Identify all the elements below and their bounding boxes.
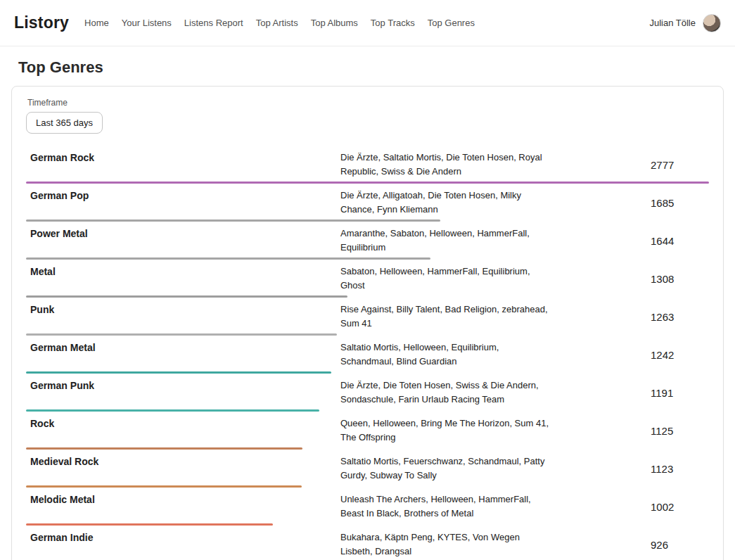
genre-name: Power Metal: [30, 227, 340, 255]
genre-name: German Pop: [30, 189, 340, 217]
user-name[interactable]: Julian Tölle: [649, 18, 696, 28]
genre-row[interactable]: Power MetalAmaranthe, Sabaton, Helloween…: [26, 222, 709, 260]
nav-item-top-tracks[interactable]: Top Tracks: [371, 18, 415, 28]
page-title: Top Genres: [18, 58, 717, 77]
genre-name: Medieval Rock: [30, 454, 340, 483]
genre-name: German Punk: [30, 378, 340, 407]
genre-row[interactable]: Melodic MetalUnleash The Archers, Hellow…: [26, 488, 709, 526]
genre-count: 1263: [651, 311, 709, 323]
genre-count: 1123: [651, 463, 709, 475]
genre-row[interactable]: German IndieBukahara, Käptn Peng, KYTES,…: [26, 526, 709, 560]
timeframe-label: Timeframe: [27, 98, 709, 108]
main-content: Top Genres Timeframe Last 365 days Germa…: [0, 58, 735, 560]
genre-count: 1002: [651, 501, 709, 513]
genre-artists: Queen, Helloween, Bring Me The Horizon, …: [340, 416, 551, 445]
genre-count: 1191: [651, 387, 709, 399]
genre-count: 1685: [651, 197, 709, 209]
genre-artists: Die Ärzte, Alligatoah, Die Toten Hosen, …: [340, 189, 551, 217]
genre-count: 1308: [651, 273, 709, 285]
genre-count: 1242: [651, 349, 709, 361]
genre-name: Rock: [30, 416, 340, 445]
genre-artists: Amaranthe, Sabaton, Helloween, HammerFal…: [340, 227, 551, 255]
genre-count: 1125: [651, 425, 709, 437]
genre-row[interactable]: Medieval RockSaltatio Mortis, Feuerschwa…: [26, 450, 709, 488]
genre-count: 1644: [651, 235, 709, 247]
genre-artists: Die Ärzte, Die Toten Hosen, Swiss & Die …: [340, 378, 551, 407]
genre-artists: Saltatio Mortis, Helloween, Equilibrium,…: [340, 341, 551, 369]
genre-count: 926: [651, 539, 709, 551]
nav-item-home[interactable]: Home: [84, 18, 109, 28]
genre-artists: Bukahara, Käptn Peng, KYTES, Von Wegen L…: [340, 530, 551, 559]
top-nav-bar: Listory HomeYour ListensListens ReportTo…: [0, 0, 735, 46]
genre-row[interactable]: German RockDie Ärzte, Saltatio Mortis, D…: [26, 146, 709, 184]
genre-name: German Metal: [30, 341, 340, 369]
genre-name: Metal: [30, 265, 340, 293]
genre-name: German Rock: [30, 151, 340, 179]
genre-row[interactable]: RockQueen, Helloween, Bring Me The Horiz…: [26, 412, 709, 450]
app-logo[interactable]: Listory: [14, 13, 69, 32]
genre-row[interactable]: MetalSabaton, Helloween, HammerFall, Equ…: [26, 260, 709, 298]
top-genres-card: Timeframe Last 365 days German RockDie Ä…: [11, 86, 724, 560]
nav-item-top-albums[interactable]: Top Albums: [311, 18, 358, 28]
genre-row[interactable]: German MetalSaltatio Mortis, Helloween, …: [26, 336, 709, 374]
timeframe-select[interactable]: Last 365 days: [26, 112, 103, 134]
main-nav: HomeYour ListensListens ReportTop Artist…: [84, 18, 475, 28]
genre-name: Punk: [30, 303, 340, 331]
nav-item-top-artists[interactable]: Top Artists: [256, 18, 298, 28]
genre-artists: Saltatio Mortis, Feuerschwanz, Schandmau…: [340, 454, 551, 483]
genre-name: Melodic Metal: [30, 492, 340, 521]
genre-artists: Unleash The Archers, Helloween, HammerFa…: [340, 492, 551, 521]
genre-list: German RockDie Ärzte, Saltatio Mortis, D…: [26, 146, 709, 560]
genre-name: German Indie: [30, 530, 340, 559]
user-area: Julian Tölle: [649, 14, 721, 32]
nav-item-your-listens[interactable]: Your Listens: [122, 18, 172, 28]
genre-row[interactable]: German PopDie Ärzte, Alligatoah, Die Tot…: [26, 184, 709, 222]
genre-count: 2777: [651, 159, 709, 171]
nav-item-top-genres[interactable]: Top Genres: [428, 18, 475, 28]
genre-row[interactable]: PunkRise Against, Billy Talent, Bad Reli…: [26, 298, 709, 336]
user-avatar[interactable]: [703, 14, 721, 32]
genre-row[interactable]: German PunkDie Ärzte, Die Toten Hosen, S…: [26, 374, 709, 412]
nav-item-listens-report[interactable]: Listens Report: [184, 18, 243, 28]
genre-artists: Rise Against, Billy Talent, Bad Religion…: [340, 303, 551, 331]
genre-artists: Die Ärzte, Saltatio Mortis, Die Toten Ho…: [340, 151, 551, 179]
genre-artists: Sabaton, Helloween, HammerFall, Equilibr…: [340, 265, 551, 293]
